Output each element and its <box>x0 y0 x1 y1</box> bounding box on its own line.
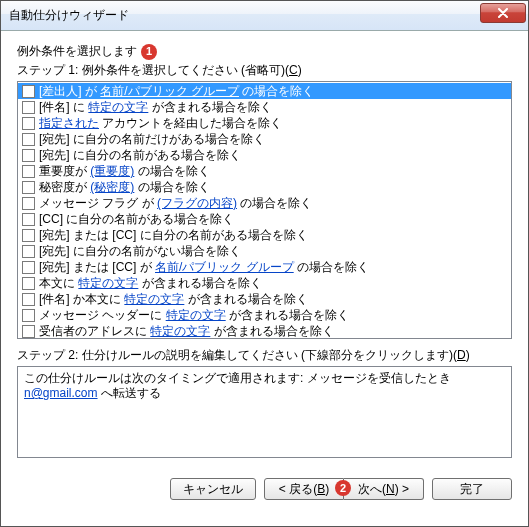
list-item[interactable]: [件名] に 特定の文字 が含まれる場合を除く <box>18 99 511 115</box>
list-item-link[interactable]: 指定された <box>39 116 99 130</box>
list-item-text: [件名] に 特定の文字 が含まれる場合を除く <box>39 100 272 114</box>
list-item[interactable]: [宛先] または [CC] に自分の名前がある場合を除く <box>18 227 511 243</box>
list-item-link[interactable]: (秘密度) <box>90 180 134 194</box>
list-item-link[interactable]: 特定の文字 <box>88 100 148 114</box>
callout-badge-2: 2 <box>335 480 351 496</box>
cancel-button[interactable]: キャンセル <box>170 478 256 500</box>
desc-line-1: この仕分けルールは次のタイミングで適用されます: メッセージを受信したとき <box>24 371 505 386</box>
list-item-text: 受信者のアドレスに 特定の文字 が含まれる場合を除く <box>39 324 334 338</box>
checkbox[interactable] <box>22 165 35 178</box>
list-item[interactable]: [宛先] に自分の名前がない場合を除く <box>18 243 511 259</box>
checkbox[interactable] <box>22 117 35 130</box>
list-item-text: [宛先] に自分の名前だけがある場合を除く <box>39 132 265 146</box>
list-item-link[interactable]: 特定の文字 <box>124 292 184 306</box>
list-item[interactable]: [件名] か本文に 特定の文字 が含まれる場合を除く <box>18 291 511 307</box>
titlebar: 自動仕分けウィザード <box>1 1 528 31</box>
button-bar: キャンセル < 戻る(B) 2 次へ(N) > 完了 <box>1 468 528 514</box>
list-item-text: メッセージ ヘッダーに 特定の文字 が含まれる場合を除く <box>39 308 349 322</box>
nav-button-group: < 戻る(B) 2 次へ(N) > <box>264 478 424 500</box>
checkbox[interactable] <box>22 149 35 162</box>
checkbox[interactable] <box>22 325 35 338</box>
list-item-text: 重要度が (重要度) の場合を除く <box>39 164 210 178</box>
list-item[interactable]: [CC] に自分の名前がある場合を除く <box>18 211 511 227</box>
list-item[interactable]: [宛先] または [CC] が 名前/パブリック グループ の場合を除く <box>18 259 511 275</box>
list-item[interactable]: メッセージ ヘッダーに 特定の文字 が含まれる場合を除く <box>18 307 511 323</box>
list-item-text: [宛先] または [CC] が 名前/パブリック グループ の場合を除く <box>39 260 369 274</box>
step2-label: ステップ 2: 仕分けルールの説明を編集してください (下線部分をクリックします… <box>17 347 512 364</box>
list-item[interactable]: 秘密度が (秘密度) の場合を除く <box>18 179 511 195</box>
checkbox[interactable] <box>22 309 35 322</box>
content-area: 例外条件を選択します 1 ステップ 1: 例外条件を選択してください (省略可)… <box>1 31 528 468</box>
list-item-link[interactable]: (フラグの内容) <box>157 196 237 210</box>
list-item[interactable]: 重要度が (重要度) の場合を除く <box>18 163 511 179</box>
rule-description-box[interactable]: この仕分けルールは次のタイミングで適用されます: メッセージを受信したとき n@… <box>17 366 512 458</box>
exception-listbox[interactable]: [差出人] が 名前/パブリック グループ の場合を除く[件名] に 特定の文字… <box>17 81 512 339</box>
list-item-link[interactable]: 特定の文字 <box>78 276 138 290</box>
desc-line-2: n@gmail.com へ転送する <box>24 386 505 401</box>
list-item[interactable]: [差出人] が 名前/パブリック グループ の場合を除く <box>18 83 511 99</box>
next-button[interactable]: 次へ(N) > <box>344 478 424 500</box>
list-item[interactable]: 受信者のアドレスに 特定の文字 が含まれる場合を除く <box>18 323 511 339</box>
list-item[interactable]: [宛先] に自分の名前がある場合を除く <box>18 147 511 163</box>
checkbox[interactable] <box>22 277 35 290</box>
list-item[interactable]: [宛先] に自分の名前だけがある場合を除く <box>18 131 511 147</box>
checkbox[interactable] <box>22 261 35 274</box>
list-item-text: [差出人] が 名前/パブリック グループ の場合を除く <box>39 84 314 98</box>
window-title: 自動仕分けウィザード <box>9 7 129 24</box>
list-item-link[interactable]: 特定の文字 <box>166 308 226 322</box>
list-item[interactable]: 本文に 特定の文字 が含まれる場合を除く <box>18 275 511 291</box>
checkbox[interactable] <box>22 213 35 226</box>
list-item-link[interactable]: 特定の文字 <box>150 324 210 338</box>
intro-row: 例外条件を選択します 1 <box>17 43 512 60</box>
list-item-text: メッセージ フラグ が (フラグの内容) の場合を除く <box>39 196 312 210</box>
list-item-text: 本文に 特定の文字 が含まれる場合を除く <box>39 276 262 290</box>
list-item-text: [宛先] に自分の名前がない場合を除く <box>39 244 241 258</box>
checkbox[interactable] <box>22 181 35 194</box>
list-item-text: 指定された アカウントを経由した場合を除く <box>39 116 282 130</box>
list-item[interactable]: 指定された アカウントを経由した場合を除く <box>18 115 511 131</box>
checkbox[interactable] <box>22 197 35 210</box>
list-item-text: 秘密度が (秘密度) の場合を除く <box>39 180 210 194</box>
list-item-text: [CC] に自分の名前がある場合を除く <box>39 212 234 226</box>
list-item-text: [宛先] に自分の名前がある場合を除く <box>39 148 241 162</box>
close-icon <box>497 8 509 18</box>
list-item-link[interactable]: 名前/パブリック グループ <box>100 84 239 98</box>
list-item[interactable]: メッセージ フラグ が (フラグの内容) の場合を除く <box>18 195 511 211</box>
back-button[interactable]: < 戻る(B) <box>264 478 344 500</box>
checkbox[interactable] <box>22 133 35 146</box>
list-item-link[interactable]: (重要度) <box>90 164 134 178</box>
intro-text: 例外条件を選択します <box>17 43 137 60</box>
list-item-text: [宛先] または [CC] に自分の名前がある場合を除く <box>39 228 308 242</box>
checkbox[interactable] <box>22 293 35 306</box>
checkbox[interactable] <box>22 85 35 98</box>
close-button[interactable] <box>480 3 526 23</box>
checkbox[interactable] <box>22 229 35 242</box>
checkbox[interactable] <box>22 245 35 258</box>
finish-button[interactable]: 完了 <box>432 478 512 500</box>
desc-forward-link[interactable]: n@gmail.com <box>24 386 98 400</box>
callout-badge-1: 1 <box>141 44 157 60</box>
step1-label: ステップ 1: 例外条件を選択してください (省略可)(C) <box>17 62 512 79</box>
checkbox[interactable] <box>22 101 35 114</box>
list-item-text: [件名] か本文に 特定の文字 が含まれる場合を除く <box>39 292 308 306</box>
list-item-link[interactable]: 名前/パブリック グループ <box>155 260 294 274</box>
